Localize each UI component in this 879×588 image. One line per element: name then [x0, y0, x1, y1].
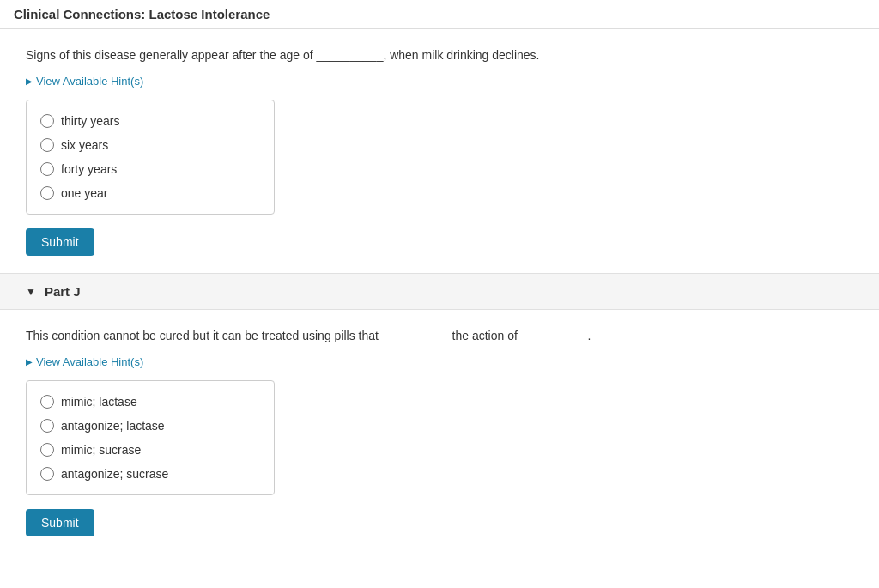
label-1c: forty years — [61, 162, 117, 176]
option-1c[interactable]: forty years — [40, 157, 260, 181]
part-j-content: This condition cannot be cured but it ca… — [0, 310, 879, 554]
option-2b[interactable]: antagonize; lactase — [40, 414, 260, 438]
hint-link-1[interactable]: View Available Hint(s) — [26, 75, 143, 88]
label-2c: mimic; sucrase — [61, 443, 141, 457]
option-2a[interactable]: mimic; lactase — [40, 390, 260, 414]
option-2d[interactable]: antagonize; sucrase — [40, 462, 260, 486]
radio-2d[interactable] — [40, 467, 54, 481]
collapse-arrow-icon[interactable]: ▼ — [26, 286, 36, 298]
question-2-text: This condition cannot be cured but it ca… — [26, 327, 853, 345]
radio-1c[interactable] — [40, 162, 54, 176]
label-1a: thirty years — [61, 114, 119, 128]
option-1a[interactable]: thirty years — [40, 109, 260, 133]
submit-button-1[interactable]: Submit — [26, 228, 94, 256]
section-1: Signs of this disease generally appear a… — [0, 29, 879, 274]
label-1b: six years — [61, 138, 108, 152]
label-1d: one year — [61, 186, 107, 200]
option-1b[interactable]: six years — [40, 133, 260, 157]
label-2b: antagonize; lactase — [61, 419, 165, 433]
submit-button-2[interactable]: Submit — [26, 509, 94, 536]
part-j-label: Part J — [45, 284, 81, 299]
hint-link-2[interactable]: View Available Hint(s) — [26, 355, 143, 368]
options-box-2: mimic; lactase antagonize; lactase mimic… — [26, 380, 275, 495]
page-title: Clinical Connections: Lactose Intoleranc… — [0, 0, 879, 29]
label-2a: mimic; lactase — [61, 395, 137, 409]
radio-2a[interactable] — [40, 395, 54, 409]
label-2d: antagonize; sucrase — [61, 467, 168, 481]
question-1-text: Signs of this disease generally appear a… — [26, 46, 853, 64]
radio-1a[interactable] — [40, 114, 54, 128]
options-box-1: thirty years six years forty years one y… — [26, 100, 275, 215]
radio-2b[interactable] — [40, 419, 54, 433]
part-j-header: ▼ Part J — [0, 274, 879, 310]
option-2c[interactable]: mimic; sucrase — [40, 438, 260, 462]
radio-1d[interactable] — [40, 186, 54, 200]
radio-1b[interactable] — [40, 138, 54, 152]
option-1d[interactable]: one year — [40, 181, 260, 205]
radio-2c[interactable] — [40, 443, 54, 457]
